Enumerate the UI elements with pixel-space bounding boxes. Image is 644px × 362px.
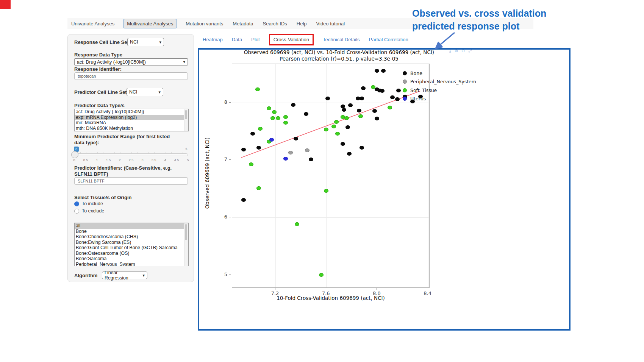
response-identifier-label: Response Identifier: [74,66,122,72]
tissue-include-radio[interactable]: To include [74,201,103,206]
scatter-point-soft-tissue [270,116,275,120]
scatter-point-peripheral-nervous-system [305,148,309,152]
tissue-option-all[interactable]: all [75,223,188,229]
predictor-cell-line-set-select[interactable]: NCI ▾ [127,88,163,96]
slider-handle[interactable] [71,151,78,158]
tissue-option-peripheral-nervous-system[interactable]: Peripheral_Nervous_System [75,262,188,267]
legend-label-peripheral-nervous-system: Peripheral_Nervous_System [410,79,476,84]
scatter-point-soft-tissue [371,85,375,89]
scrollbar-thumb[interactable] [185,224,187,240]
slider-tick-0: 0 [73,158,75,162]
y-axis-title: Observed 609699 (act, NCI) [204,137,210,209]
autoscale-icon[interactable]: ⤢ [468,48,472,53]
tissue-option-bone-sarcoma[interactable]: Bone:Sarcoma [75,256,188,262]
radio-unselected-icon [74,209,79,214]
slider-tick-2: 2 [119,158,120,162]
tab-partial-correlation[interactable]: Partial Correlation [369,37,408,42]
algorithm-select[interactable]: Linear Regression ▾ [102,272,147,279]
scatter-point-bone [347,152,352,156]
slider-tick-1.5: 1.5 [106,158,111,162]
y-tickmark [229,102,231,103]
y-tick-label-5: 5 [217,272,227,277]
predictor-data-type-option-mir-microrna[interactable]: mir: MicroRNA [75,120,188,126]
plot-title: Observed 609699 (act, NCI) vs. 10-Fold C… [214,49,464,55]
response-cell-line-set-value: NCI [130,39,138,45]
legend-item-soft-tissue[interactable]: Soft_Tissue [403,86,476,95]
tissue-option-bone-chondrosarcoma-chs[interactable]: Bone:Chondrosarcoma (CHS) [75,234,188,240]
plot-area [232,64,430,288]
slider-max-label: 5 [185,147,187,151]
tab-technical-details[interactable]: Technical Details [323,37,360,42]
scatter-point-bone [361,86,366,90]
predictor-data-type-option-act-drug-activity-log10-ic50m[interactable]: act: Drug Activity (-log10[IC50M]) [75,109,188,115]
predictor-cell-line-set-value: NCI [129,89,137,95]
plot-subtitle: Pearson correlation (r)=0.51, p-value=3.… [214,56,464,62]
chevron-down-icon: ▾ [183,59,185,64]
tissue-exclude-radio[interactable]: To exclude [74,208,104,214]
radio-selected-icon [74,201,79,206]
scatter-point-soft-tissue [283,115,288,119]
legend-marker-soft-tissue [403,88,407,92]
response-data-type-select[interactable]: act: Drug Activity (-log10[IC50M]) ▾ [74,58,188,66]
min-predictor-range-label: Minimum Predictor Range (for first liste… [74,134,180,146]
response-cell-line-set-select[interactable]: NCI ▾ [127,38,164,46]
nav-tab-metadata[interactable]: Metadata [232,19,254,28]
browser-corner-fragment [0,0,11,9]
scatter-point-bone [294,137,298,140]
y-tickmark [229,217,231,217]
scatter-point-soft-tissue [335,132,340,136]
scatter-point-soft-tissue [267,106,271,110]
scatter-point-soft-tissue [255,87,260,91]
y-tick-label-8: 8 [217,99,227,105]
chevron-down-icon: ▾ [142,273,145,278]
scatter-point-bone [395,97,400,101]
nav-tab-multivariate-analyses[interactable]: Multivariate Analyses [123,19,177,28]
x-tickmark [377,288,377,290]
legend-marker-uterus [403,97,407,101]
nav-tab-univariate-analyses[interactable]: Univariate Analyses [70,19,115,28]
scrollbar-thumb[interactable] [185,110,187,119]
tissue-option-bone-osteosarcoma-os[interactable]: Bone:Osteosarcoma (OS) [75,251,188,256]
x-tickmark [428,288,428,290]
tab-data[interactable]: Data [232,37,242,42]
regression-line [232,64,429,287]
predictor-data-type-option-exp-mrna-expression-log2[interactable]: exp: mRNA Expression (log2) [75,115,188,120]
nav-tab-video-tutorial[interactable]: Video tutorial [316,19,346,28]
y-tickmark [229,159,231,160]
callout-line1: Observed vs. cross validation [412,7,546,20]
legend-item-peripheral-nervous-system[interactable]: Peripheral_Nervous_System [403,78,476,86]
predictor-identifiers-input[interactable] [74,177,188,185]
slider-tick-4.5: 4.5 [174,158,179,162]
tab-cross-validation[interactable]: Cross-Validation [269,34,314,45]
scatter-point-soft-tissue [276,116,280,120]
tissue-option-bone[interactable]: Bone [75,229,188,234]
tab-plot[interactable]: Plot [251,37,259,42]
nav-tab-help[interactable]: Help [296,19,308,28]
tissue-option-bone-ewing-sarcoma-es[interactable]: Bone:Ewing Sarcoma (ES) [75,240,188,245]
predictor-identifiers-label: Predictor Identifiers: (Case-Sensitive, … [74,165,186,177]
predictor-data-type-option-mth-dna-850k-methylation[interactable]: mth: DNA 850K Methylation [75,126,188,131]
algorithm-label: Algorithm [74,273,97,278]
app-window: Univariate AnalysesMultivariate Analyses… [0,0,644,362]
nav-tab-search-ids[interactable]: Search IDs [262,19,288,28]
tissue-option-bone-giant-cell-tumor-of-bone-gctb-sarcoma[interactable]: Bone:Giant Cell Tumor of Bone (GCTB) Sar… [75,245,188,251]
nav-tab-mutation-variants[interactable]: Mutation variants [185,19,224,28]
y-tickmark [229,275,231,275]
min-predictor-range-slider[interactable] [74,153,188,156]
tissue-origin-label: Select Tissue/s of Origin [74,195,131,200]
scatter-point-bone [390,95,395,99]
legend-item-bone[interactable]: Bone [403,69,476,78]
scatter-point-soft-tissue [358,114,363,118]
result-tabs: HeatmapDataPlotCross-ValidationTechnical… [203,34,408,45]
legend-item-uterus[interactable]: Uterus [403,95,476,103]
legend-label-soft-tissue: Soft_Tissue [410,87,437,93]
tab-heatmap[interactable]: Heatmap [203,37,223,42]
predictor-data-types-label: Predictor Data Type/s [74,103,125,108]
settings-sidebar: Response Cell Line Set NCI ▾ Response Da… [67,34,194,282]
tabs-divider [203,46,569,46]
response-data-type-value: act: Drug Activity (-log10[IC50M]) [77,59,146,65]
callout-annotation: Observed vs. cross validation predicted … [412,7,546,33]
response-cell-line-set-label: Response Cell Line Set [74,39,129,45]
response-identifier-input[interactable] [74,72,188,80]
scatter-point-bone [250,132,255,136]
